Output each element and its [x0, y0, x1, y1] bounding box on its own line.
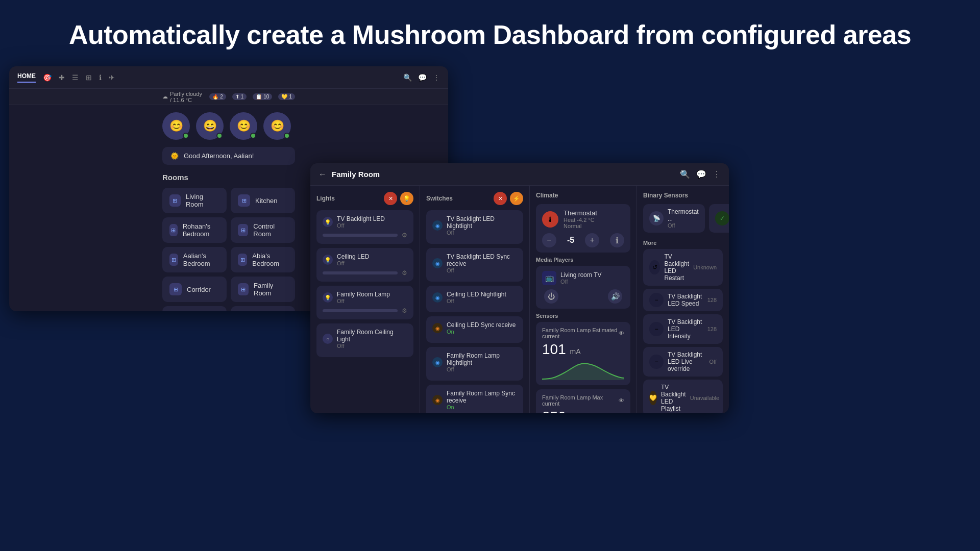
lights-column: Lights ✕ 💡 💡 TV Backlight LED Off ⚙ — [310, 186, 420, 413]
avatar-3[interactable]: 😊 — [230, 112, 257, 140]
thermostat-icon: 🌡 — [542, 211, 558, 228]
nav-icon-info[interactable]: ℹ — [99, 73, 102, 82]
binary-sensors-column: Binary Sensors 📡 Thermostat ... Off ✓ Th… — [637, 186, 729, 413]
item-status: 128 — [707, 297, 717, 303]
thermostat-mode: Heat -4.2 °C — [564, 217, 597, 223]
light-slider[interactable] — [323, 309, 398, 312]
panel-nav-right: 🔍 💬 ⋮ — [680, 169, 721, 179]
room-front-door[interactable]: ⊞ Front Door — [162, 306, 227, 311]
binary-icon: ✓ — [715, 211, 729, 226]
panel-more-icon[interactable]: ⋮ — [713, 169, 721, 179]
temp-info-button[interactable]: ℹ — [610, 233, 624, 247]
panel-chat-icon[interactable]: 💬 — [696, 169, 706, 179]
switches-off-button[interactable]: ✕ — [494, 192, 507, 205]
more-tv-intensity: − TV Backlight LED Intensity 128 — [643, 314, 723, 344]
switch-status: Off — [447, 298, 517, 304]
panel-search-icon[interactable]: 🔍 — [680, 169, 690, 179]
light-card-header: 💡 Family Room Lamp Off — [323, 291, 407, 304]
sensors-title: Sensors — [536, 313, 630, 319]
room-living-room[interactable]: ⊞ Living Room — [162, 188, 227, 213]
sensor-max-eye-icon[interactable]: 👁 — [619, 397, 624, 404]
switch-lamp-nightlight: ◉ Family Room Lamp Nightlight Off — [426, 347, 523, 381]
light-name: Ceiling LED — [337, 253, 407, 260]
room-name: Kitchen — [255, 197, 277, 205]
back-button[interactable]: ← — [318, 170, 327, 179]
lights-off-button[interactable]: ✕ — [384, 192, 397, 205]
light-settings-button[interactable]: ⚙ — [402, 269, 407, 277]
sensor-title: Family Room Lamp Estimated current 👁 — [542, 327, 624, 339]
tv-volume-button[interactable]: 🔊 — [608, 289, 622, 304]
more-tv-playlist: 💛 TV Backlight LED Playlist Unavailable — [643, 380, 723, 413]
media-card-tv: 📺 Living room TV Off ⏻ 🔊 — [536, 266, 630, 309]
chat-icon[interactable]: 💬 — [418, 73, 427, 82]
temp-increase-button[interactable]: + — [585, 233, 599, 247]
lights-on-button[interactable]: 💡 — [400, 192, 413, 205]
room-control-room[interactable]: ⊞ Control Room — [231, 217, 295, 243]
avatar-4[interactable]: 😊 — [263, 112, 291, 140]
light-status: Off — [337, 260, 407, 266]
item-status: 128 — [707, 326, 717, 332]
switches-on-button[interactable]: ⚡ — [510, 192, 523, 205]
room-kitchen[interactable]: ⊞ Kitchen — [231, 188, 295, 213]
sensor-eye-icon[interactable]: 👁 — [619, 330, 624, 336]
light-card-header: 💡 Ceiling LED Off — [323, 253, 407, 266]
tv-icon: 📺 — [542, 271, 556, 285]
lights-title: Lights — [316, 195, 335, 202]
search-icon[interactable]: 🔍 — [403, 73, 412, 82]
temp-decrease-button[interactable]: − — [542, 233, 556, 247]
avatar-1[interactable]: 😊 — [162, 112, 190, 140]
room-icon: ⊞ — [169, 194, 181, 207]
room-icon: ⊞ — [238, 254, 247, 266]
sensor-max-value: 850 mA — [542, 409, 624, 413]
light-slider[interactable] — [323, 271, 398, 274]
light-settings-button[interactable]: ⚙ — [402, 307, 407, 314]
room-icon: ⊞ — [238, 224, 248, 236]
tv-power-button[interactable]: ⏻ — [544, 289, 558, 304]
light-card-ceiling: 💡 Ceiling LED Off ⚙ — [316, 248, 413, 282]
item-name: TV Backlight LED Live override — [668, 351, 705, 372]
room-name: Abia's Bedroom — [252, 252, 288, 267]
temp-value: -5 — [567, 236, 574, 245]
switches-title: Switches — [426, 195, 453, 202]
nav-icon-list[interactable]: ☰ — [72, 73, 79, 82]
more-tv-speed: − TV Backlight LED Speed 128 — [643, 289, 723, 311]
switch-card-header: ◉ Family Room Lamp Nightlight Off — [432, 352, 517, 372]
nav-icon-share[interactable]: ✈ — [109, 73, 115, 82]
switches-header: Switches ✕ ⚡ — [426, 192, 523, 205]
room-garage[interactable]: ⊞ Garage — [231, 306, 295, 311]
sensor-max-title: Family Room Lamp Max current 👁 — [542, 394, 624, 407]
avatar-2[interactable]: 😄 — [196, 112, 224, 140]
switch-icon: ◉ — [432, 292, 443, 303]
switch-status: On — [447, 404, 517, 410]
room-corridor[interactable]: ⊞ Corridor — [162, 277, 227, 302]
light-name: TV Backlight LED — [337, 215, 407, 222]
greeting-bar: 🌞 Good Afternoon, Aalian! — [162, 147, 295, 165]
sensor-estimated-current: Family Room Lamp Estimated current 👁 101… — [536, 322, 630, 385]
item-name: TV Backlight LED Playlist — [661, 384, 686, 412]
thermostat-status: Normal — [564, 223, 597, 229]
room-rohaans-bedroom[interactable]: ⊞ Rohaan's Bedroom — [162, 217, 227, 243]
light-slider[interactable] — [323, 234, 398, 237]
lights-controls: ✕ 💡 — [384, 192, 413, 205]
tv-status: Off — [560, 279, 601, 285]
room-family-room[interactable]: ⊞ Family Room — [231, 277, 295, 302]
nav-icon-grid[interactable]: ⊞ — [86, 73, 92, 82]
greeting-icon: 🌞 — [170, 152, 179, 160]
light-settings-button[interactable]: ⚙ — [402, 232, 407, 239]
lights-header: Lights ✕ 💡 — [316, 192, 413, 205]
switch-status: On — [447, 329, 517, 335]
light-name: Family Room Lamp — [337, 291, 407, 298]
nav-icon-target[interactable]: 🎯 — [43, 73, 52, 82]
room-abias-bedroom[interactable]: ⊞ Abia's Bedroom — [231, 247, 295, 272]
restart-icon: ↺ — [649, 260, 660, 274]
room-aalians-bedroom[interactable]: ⊞ Aalian's Bedroom — [162, 247, 227, 272]
more-icon[interactable]: ⋮ — [433, 73, 440, 82]
switch-name: Family Room Lamp Sync receive — [447, 390, 517, 404]
greeting-text: Good Afternoon, Aalian! — [184, 152, 254, 160]
switch-icon: ◉ — [432, 220, 443, 231]
nav-icon-add[interactable]: ✚ — [59, 73, 65, 82]
switches-column: Switches ✕ ⚡ ◉ TV Backlight LED Nightlig… — [420, 186, 530, 413]
light-bulb-icon: 💡 — [323, 217, 333, 227]
binary-status: Off — [668, 222, 699, 229]
nav-tab-home[interactable]: HOME — [17, 72, 36, 83]
